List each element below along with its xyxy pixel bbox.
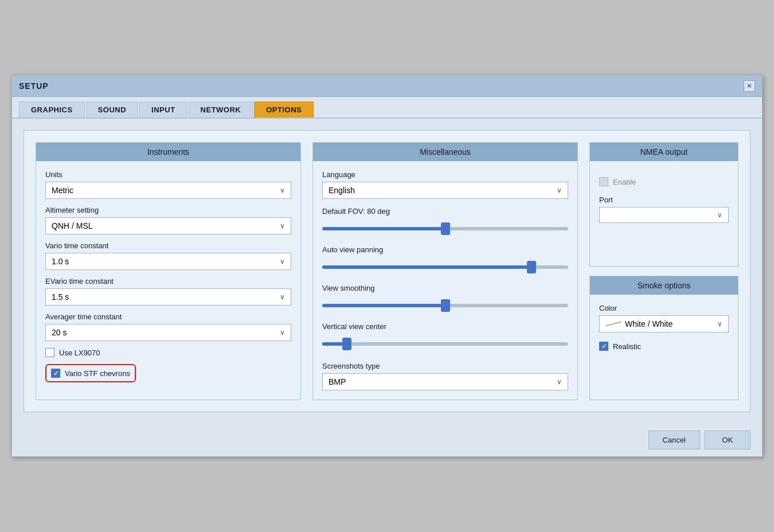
units-arrow: ∨ — [280, 186, 285, 194]
altimeter-value: QNH / MSL — [52, 221, 93, 230]
tab-network[interactable]: NETWORK — [189, 101, 253, 118]
ok-button[interactable]: OK — [705, 431, 750, 449]
smoke-color-dropdown[interactable]: White / White ∨ — [599, 315, 729, 332]
auto-pan-slider-track — [322, 265, 568, 269]
vario-time-label: Vario time constant — [45, 241, 291, 250]
vert-view-slider-container — [322, 335, 568, 353]
realistic-row: Realistic — [599, 342, 729, 351]
use-lx9070-checkbox[interactable] — [45, 348, 54, 357]
instruments-header: Instruments — [36, 143, 300, 161]
nmea-port-label: Port — [599, 195, 729, 204]
main-area: Instruments Units Metric ∨ Altimeter set… — [24, 130, 750, 412]
use-lx9070-row: Use LX9070 — [45, 348, 291, 357]
nmea-panel: NMEA output Enable Port ∨ — [589, 142, 738, 267]
smoke-color-value: White / White — [625, 319, 673, 328]
realistic-label: Realistic — [613, 342, 641, 351]
vert-view-slider-thumb[interactable] — [342, 338, 351, 350]
auto-pan-label: Auto view panning — [322, 245, 568, 254]
evario-time-arrow: ∨ — [280, 293, 285, 301]
footer: Cancel OK — [12, 424, 762, 456]
screenshots-dropdown[interactable]: BMP ∨ — [322, 373, 568, 390]
view-smooth-slider-fill — [322, 304, 445, 307]
nmea-enable-row: Enable — [599, 177, 729, 186]
vario-stf-checkbox[interactable] — [51, 369, 60, 378]
language-arrow: ∨ — [557, 186, 562, 194]
use-lx9070-label: Use LX9070 — [59, 349, 100, 357]
screenshots-value: BMP — [329, 377, 346, 386]
instruments-body: Units Metric ∨ Altimeter setting QNH / M… — [36, 161, 300, 392]
vert-view-slider-track — [322, 342, 568, 346]
nmea-body: Enable Port ∨ — [590, 161, 738, 232]
nmea-enable-checkbox[interactable] — [599, 177, 608, 186]
language-dropdown[interactable]: English ∨ — [322, 182, 568, 199]
tab-input[interactable]: INPUT — [139, 101, 187, 118]
tabs-bar: GRAPHICS SOUND INPUT NETWORK OPTIONS — [12, 97, 762, 119]
fov-slider-thumb[interactable] — [441, 222, 450, 235]
averager-time-arrow: ∨ — [280, 328, 285, 337]
nmea-port-arrow: ∨ — [717, 211, 722, 219]
view-smooth-slider-thumb[interactable] — [441, 299, 450, 312]
misc-header: Miscellaneous — [313, 143, 577, 161]
altimeter-dropdown[interactable]: QNH / MSL ∨ — [45, 217, 291, 234]
nmea-enable-label: Enable — [613, 178, 636, 186]
realistic-checkbox[interactable] — [599, 342, 608, 351]
vert-view-label: Vertical view center — [322, 322, 568, 331]
title-bar: SETUP ✕ — [12, 76, 762, 97]
fov-slider-track — [322, 227, 568, 230]
auto-pan-slider-container — [322, 259, 568, 276]
screenshots-label: Screenshots type — [322, 362, 568, 370]
altimeter-arrow: ∨ — [280, 222, 285, 230]
misc-panel: Miscellaneous Language English ∨ Default… — [312, 142, 578, 400]
altimeter-label: Altimeter setting — [45, 206, 291, 214]
smoke-color-arrow: ∨ — [717, 320, 722, 328]
language-value: English — [329, 186, 355, 195]
evario-time-dropdown[interactable]: 1.5 s ∨ — [45, 288, 291, 306]
screenshots-arrow: ∨ — [557, 378, 562, 386]
vario-stf-label: Vario STF chevrons — [65, 369, 130, 378]
auto-pan-slider-thumb[interactable] — [527, 261, 536, 273]
units-label: Units — [45, 170, 291, 179]
language-label: Language — [322, 170, 568, 179]
evario-time-value: 1.5 s — [52, 292, 69, 302]
smoke-body: Color White / White ∨ Realistic — [590, 295, 738, 360]
evario-time-label: EVario time constant — [45, 277, 291, 285]
close-button[interactable]: ✕ — [744, 80, 755, 92]
view-smooth-label: View smoothing — [322, 284, 568, 292]
misc-body: Language English ∨ Default FOV: 80 deg A… — [313, 161, 577, 400]
view-smooth-slider-track — [322, 304, 568, 307]
fov-slider-container — [322, 220, 568, 237]
instruments-panel: Instruments Units Metric ∨ Altimeter set… — [36, 142, 301, 400]
vario-stf-row: Vario STF chevrons — [45, 364, 136, 382]
window-title: SETUP — [19, 81, 49, 91]
smoke-panel: Smoke options Color White / White ∨ — [589, 276, 738, 400]
view-smooth-slider-container — [322, 297, 568, 314]
tab-graphics[interactable]: GRAPHICS — [19, 101, 85, 118]
content-area: Instruments Units Metric ∨ Altimeter set… — [12, 119, 762, 424]
vario-time-value: 1.0 s — [52, 257, 69, 266]
right-column: NMEA output Enable Port ∨ — [589, 142, 738, 400]
tab-options[interactable]: OPTIONS — [254, 101, 314, 118]
units-value: Metric — [52, 186, 73, 195]
smoke-header: Smoke options — [590, 276, 738, 295]
smoke-color-line-icon: White / White — [605, 319, 673, 328]
smoke-color-label: Color — [599, 304, 729, 312]
nmea-header: NMEA output — [590, 143, 738, 161]
auto-pan-slider-fill — [322, 265, 531, 269]
cancel-button[interactable]: Cancel — [648, 431, 700, 449]
units-dropdown[interactable]: Metric ∨ — [45, 182, 291, 199]
vario-time-dropdown[interactable]: 1.0 s ∨ — [45, 253, 291, 270]
averager-time-dropdown[interactable]: 20 s ∨ — [45, 324, 291, 341]
tab-sound[interactable]: SOUND — [86, 101, 138, 118]
vario-time-arrow: ∨ — [280, 257, 285, 265]
fov-slider-fill — [322, 227, 445, 230]
averager-time-value: 20 s — [52, 328, 67, 337]
setup-window: SETUP ✕ GRAPHICS SOUND INPUT NETWORK OPT… — [11, 75, 763, 457]
averager-time-label: Averager time constant — [45, 312, 291, 321]
nmea-port-dropdown[interactable]: ∨ — [599, 207, 729, 223]
fov-label: Default FOV: 80 deg — [322, 207, 568, 216]
